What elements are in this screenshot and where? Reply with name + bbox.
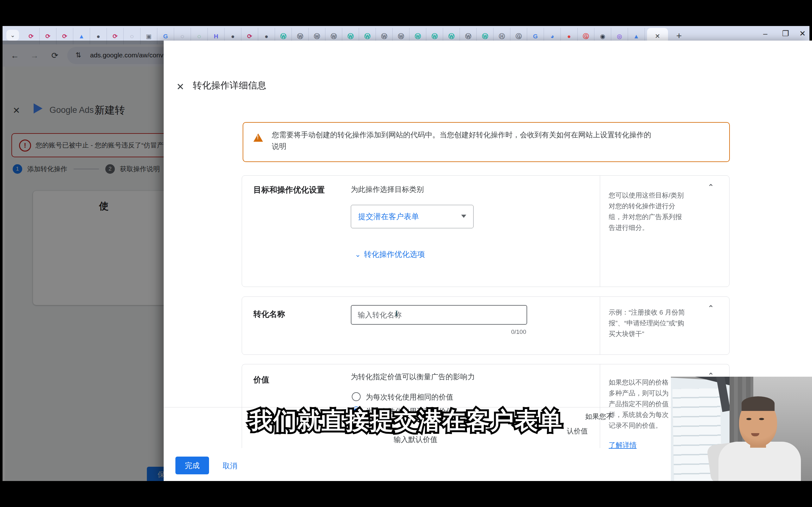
letterbox-bottom [0,481,812,507]
section1-collapse-icon[interactable]: ⌃ [708,183,714,191]
section2-collapse-icon[interactable]: ⌃ [708,304,714,313]
section1-prompt: 为此操作选择目标类别 [351,184,424,194]
red-refresh-icon: ⟳ [45,33,50,39]
google-ads-icon: ▲ [79,33,85,39]
red-refresh-icon: ⟳ [113,33,118,39]
dashed-circle-icon: ◌ [180,33,184,39]
dark-globe-icon: ● [96,33,100,39]
section1-help-text: 您可以使用这些目标/类别对您的转化操作进行分组，并对您的广告系列报告进行细分。 [609,190,713,233]
webcam-video [671,377,812,481]
purple-ring-icon: ◎ [617,33,622,39]
red-orb-icon: ● [567,33,571,39]
eye-circle-icon: ◉ [600,33,605,39]
section1-label: 目标和操作优化设置 [254,184,325,195]
done-button[interactable]: 完成 [175,457,209,474]
card-divider [600,176,600,287]
wordpress-gray-icon: Ⓦ [297,33,303,39]
dashed-circle-icon: ◌ [130,33,133,39]
wordpress-gray-icon: Ⓦ [398,33,404,39]
conversion-name-card: 转化名称 输入转化名称 I 0/100 示例：“注册接收 6 月份简报”、“申请… [242,296,729,355]
section2-label: 转化名称 [254,309,285,319]
google-g-icon: G [533,33,538,39]
modal-close-icon[interactable]: ✕ [176,81,184,92]
dashed-leaf-icon: ◌ [197,33,201,39]
optimization-options-link[interactable]: ⌄转化操作优化选项 [355,249,425,259]
webcam-eye [746,418,751,420]
webcam-person-hair [742,396,774,411]
dropdown-value: 提交潜在客户表单 [358,212,419,222]
wordpress-teal-icon: Ⓦ [280,33,286,39]
red-g-icon: Ⓖ [583,33,589,39]
wordpress-teal-icon: Ⓦ [415,33,421,39]
wordpress-gray-icon: Ⓦ [314,33,320,39]
section3-label: 价值 [254,375,269,385]
section2-help-text: 示例：“注册接收 6 月份简报”、“申请经理岗位”或“购买大块饼干” [609,307,713,339]
setup-warning-box: 您需要将手动创建的转化操作添加到网站的代码中。当您创建好转化操作时，会收到有关如… [242,122,730,162]
new-tab-button[interactable]: + [676,31,682,41]
warning-text: 您需要将手动创建的转化操作添加到网站的代码中。当您创建好转化操作时，会收到有关如… [272,129,716,152]
red-refresh-icon: ⟳ [29,33,34,39]
chevron-down-icon: ⌄ [355,250,361,259]
window-close-button[interactable]: ✕ [799,29,806,38]
wordpress-teal-icon: Ⓦ [347,33,354,39]
section3-prompt: 为转化指定价值可以衡量广告的影响力 [351,372,475,382]
gray-badge-icon: ▣ [146,33,152,39]
warning-triangle-icon [254,133,263,142]
red-refresh-icon: ⟳ [62,33,67,39]
minimize-button[interactable]: – [763,29,767,38]
tab-close-icon[interactable]: ✕ [655,32,660,40]
tab-search-button[interactable]: ⌄ [6,30,19,41]
wordpress-teal-icon: Ⓦ [482,33,488,39]
h-circle-icon: Ⓗ [499,33,505,39]
maximize-button[interactable]: ❐ [782,29,789,38]
dark-globe-icon: ● [265,33,268,39]
wordpress-teal-icon: Ⓦ [365,33,371,39]
red-refresh-icon: ⟳ [247,33,252,39]
conversion-name-input[interactable]: 输入转化名称 I [351,305,527,325]
modal-title: 转化操作详细信息 [193,79,266,92]
wordpress-teal-icon: Ⓦ [448,33,454,39]
letterbox-left [0,0,3,507]
blue-red-circle-icon: ◕ [550,33,554,39]
wordpress-gray-icon: Ⓦ [331,33,337,39]
google-g-icon: G [163,33,168,39]
dropdown-caret-icon [461,215,466,218]
google-ads-icon: ▲ [634,33,640,39]
learn-more-link[interactable]: 了解详情 [609,440,637,450]
purple-h-icon: H [214,33,218,39]
radio-same-label[interactable]: 为每次转化使用相同的价值 [366,392,453,402]
card-divider [600,297,600,354]
goal-settings-card: 目标和操作优化设置 为此操作选择目标类别 提交潜在客户表单 ⌄转化操作优化选项 … [242,175,729,287]
wordpress-gray-icon: Ⓦ [465,33,471,39]
letterbox-top [0,0,812,26]
text-cursor-icon: I [395,309,398,318]
webcam-eye [759,418,764,420]
cancel-button[interactable]: 取消 [223,461,237,471]
goal-category-dropdown[interactable]: 提交潜在客户表单 [351,205,474,228]
dark-globe-icon: ● [231,33,234,39]
char-counter: 0/100 [489,329,526,335]
wordpress-gray-icon: Ⓦ [381,33,387,39]
g-dashed-icon: Ⓖ [516,33,522,39]
radio-same-value[interactable] [352,392,361,401]
wordpress-teal-icon: Ⓦ [432,33,438,39]
